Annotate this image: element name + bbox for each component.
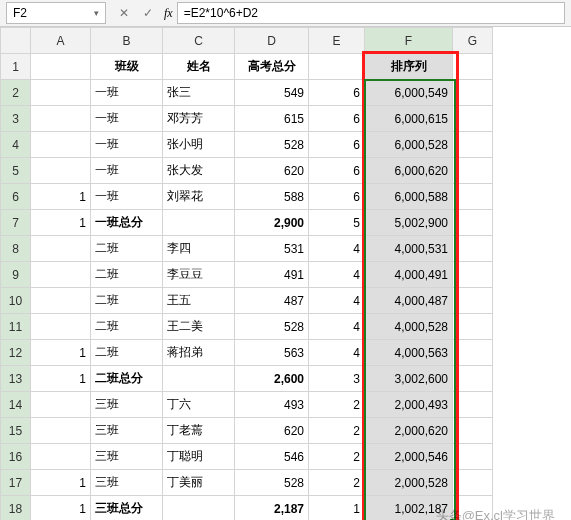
cell[interactable]: 6,000,549	[365, 80, 453, 106]
header-cell[interactable]	[31, 54, 91, 80]
cell[interactable]: 一班	[91, 184, 163, 210]
cell[interactable]: 三班	[91, 392, 163, 418]
cell[interactable]: 1	[31, 340, 91, 366]
row-header[interactable]: 10	[1, 288, 31, 314]
cell[interactable]: 丁六	[163, 392, 235, 418]
cell[interactable]: 4,000,531	[365, 236, 453, 262]
cell[interactable]: 4	[309, 340, 365, 366]
cell[interactable]: 6	[309, 184, 365, 210]
cell[interactable]: 二班	[91, 314, 163, 340]
cell[interactable]	[31, 236, 91, 262]
cell[interactable]	[31, 158, 91, 184]
col-header-F[interactable]: F	[365, 28, 453, 54]
cell[interactable]: 王五	[163, 288, 235, 314]
cell[interactable]	[163, 210, 235, 236]
col-header-C[interactable]: C	[163, 28, 235, 54]
row-header[interactable]: 7	[1, 210, 31, 236]
cell[interactable]: 620	[235, 418, 309, 444]
col-header-A[interactable]: A	[31, 28, 91, 54]
row-header[interactable]: 8	[1, 236, 31, 262]
row-header[interactable]: 3	[1, 106, 31, 132]
row-header[interactable]: 18	[1, 496, 31, 521]
cell[interactable]	[31, 392, 91, 418]
cell[interactable]: 2,187	[235, 496, 309, 521]
cell[interactable]: 蒋招弟	[163, 340, 235, 366]
cell[interactable]: 6	[309, 132, 365, 158]
cell[interactable]: 4,000,491	[365, 262, 453, 288]
cell[interactable]	[453, 106, 493, 132]
cell[interactable]	[31, 418, 91, 444]
chevron-down-icon[interactable]: ▾	[94, 8, 99, 18]
cell[interactable]: 邓芳芳	[163, 106, 235, 132]
cell[interactable]: 1	[31, 184, 91, 210]
cell[interactable]: 549	[235, 80, 309, 106]
cell[interactable]: 一班	[91, 80, 163, 106]
row-header[interactable]: 13	[1, 366, 31, 392]
row-header[interactable]: 5	[1, 158, 31, 184]
cell[interactable]: 二班	[91, 340, 163, 366]
cell[interactable]: 李四	[163, 236, 235, 262]
cell[interactable]: 4,000,563	[365, 340, 453, 366]
cell[interactable]: 刘翠花	[163, 184, 235, 210]
cell[interactable]: 2,900	[235, 210, 309, 236]
col-header-G[interactable]: G	[453, 28, 493, 54]
header-cell[interactable]: 高考总分	[235, 54, 309, 80]
cell[interactable]: 487	[235, 288, 309, 314]
col-header-D[interactable]: D	[235, 28, 309, 54]
cell[interactable]: 4	[309, 262, 365, 288]
cell[interactable]: 李豆豆	[163, 262, 235, 288]
cell[interactable]	[453, 366, 493, 392]
cell[interactable]	[453, 236, 493, 262]
cell[interactable]: 丁美丽	[163, 470, 235, 496]
cell[interactable]: 1	[309, 496, 365, 521]
cancel-icon[interactable]: ✕	[114, 3, 134, 23]
cell[interactable]: 丁聪明	[163, 444, 235, 470]
cell[interactable]: 6,000,588	[365, 184, 453, 210]
cell[interactable]: 6	[309, 80, 365, 106]
cell[interactable]: 张小明	[163, 132, 235, 158]
cell[interactable]: 5,002,900	[365, 210, 453, 236]
cell[interactable]	[453, 80, 493, 106]
cell[interactable]	[453, 496, 493, 521]
cell[interactable]: 528	[235, 314, 309, 340]
fx-icon[interactable]: fx	[164, 6, 173, 21]
cell[interactable]: 王二美	[163, 314, 235, 340]
cell[interactable]	[31, 106, 91, 132]
spreadsheet-grid[interactable]: ABCDEFG 1班级姓名高考总分排序列2一班张三54966,000,5493一…	[0, 27, 571, 520]
cell[interactable]	[31, 444, 91, 470]
accept-icon[interactable]: ✓	[138, 3, 158, 23]
cell[interactable]: 6	[309, 158, 365, 184]
cell[interactable]: 张大发	[163, 158, 235, 184]
header-cell[interactable]: 排序列	[365, 54, 453, 80]
cell[interactable]: 4	[309, 314, 365, 340]
cell[interactable]: 二班	[91, 288, 163, 314]
cell[interactable]	[453, 132, 493, 158]
select-all-corner[interactable]	[1, 28, 31, 54]
header-cell[interactable]: 班级	[91, 54, 163, 80]
cell[interactable]: 6,000,615	[365, 106, 453, 132]
cell[interactable]: 6,000,528	[365, 132, 453, 158]
cell[interactable]	[163, 496, 235, 521]
cell[interactable]: 3,002,600	[365, 366, 453, 392]
cell[interactable]	[31, 262, 91, 288]
cell[interactable]	[31, 80, 91, 106]
cell[interactable]: 546	[235, 444, 309, 470]
row-header[interactable]: 14	[1, 392, 31, 418]
cell[interactable]	[453, 470, 493, 496]
cell[interactable]: 丁老蔫	[163, 418, 235, 444]
row-header[interactable]: 17	[1, 470, 31, 496]
cell[interactable]: 4	[309, 288, 365, 314]
cell[interactable]: 2,000,620	[365, 418, 453, 444]
cell[interactable]: 一班总分	[91, 210, 163, 236]
cell[interactable]: 563	[235, 340, 309, 366]
cell[interactable]: 4	[309, 236, 365, 262]
cell[interactable]: 二班	[91, 236, 163, 262]
cell[interactable]: 620	[235, 158, 309, 184]
cell[interactable]: 一班	[91, 158, 163, 184]
cell[interactable]	[31, 314, 91, 340]
cell[interactable]: 2	[309, 444, 365, 470]
cell[interactable]: 2,000,493	[365, 392, 453, 418]
cell[interactable]	[31, 288, 91, 314]
cell[interactable]: 4,000,487	[365, 288, 453, 314]
header-cell[interactable]: 姓名	[163, 54, 235, 80]
